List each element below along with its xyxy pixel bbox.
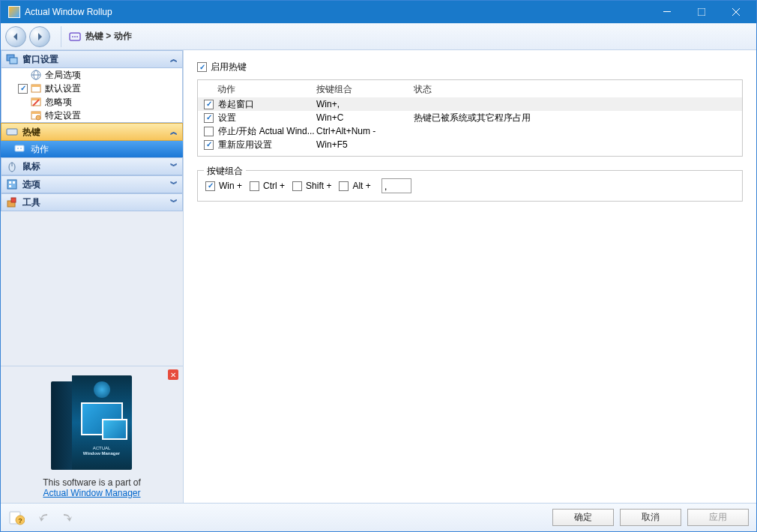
svg-rect-14 [31,85,40,87]
svg-point-24 [20,148,22,149]
sidebar: 窗口设置 ︽ 全局选项 默认设置 [1,50,184,503]
redo-button[interactable] [58,511,74,525]
section-label: 工具 [22,196,40,209]
titlebar: Actual Window Rollup [1,1,756,23]
svg-point-7 [76,36,78,37]
section-window-settings[interactable]: 窗口设置 ︽ [1,50,183,68]
keycombo-fieldset: 按键组合 Win + Ctrl + Shift + Alt + [197,170,743,202]
row-checkbox[interactable] [204,140,214,150]
section-window-settings-body: 全局选项 默认设置 忽略项 特定设置 [1,68,183,123]
tree-item-ignore[interactable]: 忽略项 [1,95,182,109]
key-input[interactable] [381,178,411,193]
content-area: 启用热键 动作 按键组合 状态 卷起窗口 Win+, 设置 Win+C [184,50,756,503]
keycombo-legend: 按键组合 [204,165,246,178]
win-modifier[interactable]: Win + [205,181,242,191]
svg-rect-32 [11,198,16,202]
svg-point-6 [74,36,76,37]
options-icon [6,178,18,190]
col-status: 状态 [414,83,736,96]
body: 窗口设置 ︽ 全局选项 默认设置 [1,50,756,503]
nav-list: 窗口设置 ︽ 全局选项 默认设置 [1,50,183,366]
nav-back-button[interactable] [5,26,26,47]
section-options[interactable]: 选项 ︾ [1,175,183,193]
row-checkbox[interactable] [204,100,214,109]
svg-rect-28 [9,181,11,184]
alt-modifier[interactable]: Alt + [339,181,370,191]
svg-point-20 [36,115,40,120]
col-combo: 按键组合 [316,83,414,96]
svg-rect-21 [7,129,17,135]
tree-label: 全局选项 [45,69,81,82]
ctrl-checkbox[interactable] [250,181,259,191]
alt-checkbox[interactable] [339,181,349,191]
grid-header: 动作 按键组合 状态 [198,82,742,97]
maximize-button[interactable] [684,1,719,23]
grid-row[interactable]: 停止/开始 Actual Wind... Ctrl+Alt+Num - [198,124,742,138]
tools-icon [6,196,18,208]
promo-text: This software is a part of [5,477,178,488]
breadcrumb: 热键 > 动作 [69,30,132,43]
enable-hotkeys-checkbox[interactable] [197,62,207,72]
grid-row[interactable]: 设置 Win+C 热键已被系统或其它程序占用 [198,111,742,124]
cell-action: 重新应用设置 [218,139,316,151]
section-tools[interactable]: 工具 ︾ [1,193,183,211]
apply-button[interactable]: 应用 [687,509,749,526]
keyboard-icon [6,126,18,138]
section-hotkeys[interactable]: 热键 ︽ [1,123,183,141]
product-boxart: ACTUALWindow Manager [51,375,133,473]
hotkey-icon [69,31,81,43]
chevron-up-icon: ︽ [170,127,178,137]
undo-button[interactable] [37,511,53,525]
close-button[interactable] [719,1,753,23]
tree-item-default[interactable]: 默认设置 [1,82,182,95]
shift-checkbox[interactable] [292,181,302,191]
row-checkbox[interactable] [204,113,214,123]
ctrl-modifier[interactable]: Ctrl + [250,181,285,191]
app-icon [8,6,20,18]
cell-combo: Ctrl+Alt+Num - [316,126,414,136]
footer: ? 确定 取消 应用 [1,503,756,531]
tree-checkbox[interactable] [18,84,28,94]
shift-modifier[interactable]: Shift + [292,181,331,191]
cancel-button[interactable]: 取消 [620,509,681,526]
enable-hotkeys-label: 启用热键 [211,61,247,73]
cell-action: 停止/开始 Actual Wind... [218,125,316,138]
cell-action: 设置 [218,112,316,124]
hotkey-grid-panel: 动作 按键组合 状态 卷起窗口 Win+, 设置 Win+C 热键已被系统或其它… [197,79,743,157]
tree-item-specific[interactable]: 特定设置 [1,109,182,122]
grid-row[interactable]: 重新应用设置 Win+F5 [198,138,742,151]
tree-label: 默认设置 [45,82,81,95]
row-checkbox[interactable] [204,127,214,136]
section-mouse[interactable]: 鼠标 ︾ [1,157,183,175]
cell-combo: Win+, [316,99,414,109]
svg-rect-1 [698,8,705,16]
subitem-label: 动作 [31,143,49,156]
window-icon [30,82,42,94]
promo-panel: ✕ ACTUALWindow Manager This software is … [1,366,183,503]
subitem-actions[interactable]: 动作 [1,141,183,157]
window-settings-icon [6,53,18,65]
chevron-down-icon: ︾ [170,197,178,208]
cell-action: 卷起窗口 [218,98,316,111]
svg-rect-30 [9,185,11,187]
promo-link[interactable]: Actual Window Manager [43,488,140,498]
cell-combo: Win+F5 [316,139,414,150]
chevron-down-icon: ︾ [170,161,178,172]
toolbar-separator [61,26,61,47]
svg-text:?: ? [18,517,22,525]
tree-item-global[interactable]: 全局选项 [1,68,182,82]
section-label: 鼠标 [22,160,40,173]
svg-rect-19 [31,112,40,114]
section-label: 窗口设置 [22,53,58,66]
help-icon[interactable]: ? [8,510,25,526]
minimize-button[interactable] [650,1,684,23]
win-checkbox[interactable] [205,181,215,191]
grid-row[interactable]: 卷起窗口 Win+, [198,97,742,111]
mouse-icon [6,160,18,172]
ok-button[interactable]: 确定 [552,509,614,526]
svg-rect-22 [15,145,24,151]
enable-hotkeys-row[interactable]: 启用热键 [197,61,743,73]
close-promo-button[interactable]: ✕ [168,369,178,380]
nav-forward-button[interactable] [29,26,50,47]
window-title: Actual Window Rollup [25,7,650,17]
